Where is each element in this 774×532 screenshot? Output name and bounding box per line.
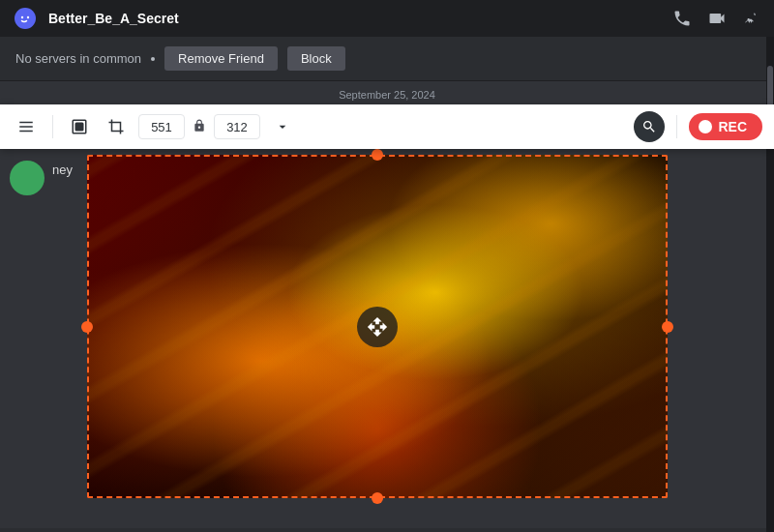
handle-left[interactable] [81, 321, 93, 333]
rec-button[interactable]: REC [689, 113, 762, 140]
height-input[interactable] [214, 114, 260, 139]
date-separator: September 25, 2024 [0, 81, 774, 104]
avatar [10, 161, 45, 195]
title-bar: Better_Be_A_Secret [0, 0, 774, 37]
search-button[interactable] [634, 111, 665, 142]
svg-point-2 [27, 16, 29, 18]
handle-right[interactable] [662, 321, 673, 333]
svg-point-0 [15, 8, 36, 29]
toolbar-divider-2 [676, 115, 677, 138]
width-input[interactable] [138, 114, 185, 139]
block-button[interactable]: Block [287, 46, 345, 71]
remove-friend-button[interactable]: Remove Friend [164, 46, 278, 71]
main-area: ney [0, 149, 774, 528]
svg-point-1 [21, 16, 23, 18]
width-field [138, 114, 185, 139]
title-username: Better_Be_A_Secret [48, 11, 662, 26]
region-select-button[interactable] [65, 112, 94, 141]
dot-separator [151, 57, 155, 61]
phone-icon[interactable] [671, 8, 693, 29]
lock-icon [193, 119, 206, 135]
pin-icon[interactable] [741, 8, 762, 29]
svg-rect-7 [75, 123, 83, 131]
no-servers-label: No servers in common [15, 51, 141, 66]
avatar-area: ney [10, 159, 73, 195]
rec-circle [699, 120, 712, 133]
title-bar-icons [671, 8, 762, 29]
multi-select-button[interactable] [12, 112, 41, 141]
crop-button[interactable] [102, 112, 131, 141]
toolbar-divider-1 [52, 115, 53, 138]
height-field [214, 114, 260, 139]
friend-bar: No servers in common Remove Friend Block [0, 37, 774, 81]
video-icon[interactable] [706, 8, 728, 29]
move-cursor-icon[interactable] [357, 307, 398, 347]
handle-bottom[interactable] [372, 492, 383, 504]
discord-logo [12, 5, 39, 32]
rec-label: REC [718, 119, 747, 134]
handle-top[interactable] [372, 149, 383, 161]
chevron-down-button[interactable] [268, 112, 297, 141]
selection-container[interactable] [87, 155, 668, 498]
message-username: ney [52, 163, 73, 177]
screenshot-toolbar: REC [0, 104, 774, 149]
